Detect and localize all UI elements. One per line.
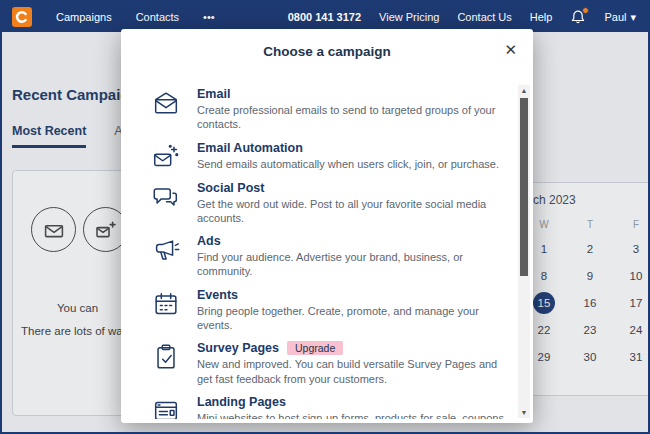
app-window: Campaigns Contacts ••• 0800 141 3172 Vie… <box>0 0 650 434</box>
list-item-email[interactable]: Email Create professional emails to send… <box>151 87 509 132</box>
chevron-down-icon: ▾ <box>630 11 636 24</box>
nav-contact-us[interactable]: Contact Us <box>457 11 511 23</box>
item-description: Bring people together. Create, promote, … <box>197 304 509 333</box>
events-icon <box>151 288 183 333</box>
item-description: New and improved. You can build versatil… <box>197 357 509 386</box>
c-swirl-icon <box>14 9 30 25</box>
support-phone-number: 0800 141 3172 <box>288 11 361 23</box>
campaign-type-list: Email Create professional emails to send… <box>121 87 515 419</box>
notification-badge <box>582 7 589 14</box>
list-item-survey-pages[interactable]: Survey PagesUpgrade New and improved. Yo… <box>151 341 509 386</box>
nav-help[interactable]: Help <box>530 11 553 23</box>
item-description: Mini websites to host sign-up forms, pro… <box>197 411 509 419</box>
ads-icon <box>151 234 183 279</box>
modal-scrollbar[interactable]: ▲ ▼ <box>518 85 530 418</box>
modal-title: Choose a campaign <box>121 29 533 59</box>
list-item-social-post[interactable]: Social Post Get the word out wide. Post … <box>151 181 509 226</box>
list-item-ads[interactable]: Ads Find your audience. Advertise your b… <box>151 234 509 279</box>
item-title: Email <box>197 87 509 101</box>
email-automation-icon <box>151 141 183 172</box>
nav-campaigns[interactable]: Campaigns <box>56 11 112 23</box>
notifications-bell-icon[interactable] <box>570 9 586 25</box>
item-title: Landing Pages <box>197 395 509 409</box>
close-icon[interactable]: ✕ <box>502 40 519 59</box>
scroll-up-icon[interactable]: ▲ <box>518 85 530 96</box>
item-title: Events <box>197 288 509 302</box>
nav-contacts[interactable]: Contacts <box>136 11 179 23</box>
upgrade-badge: Upgrade <box>287 341 343 355</box>
item-title: Ads <box>197 234 509 248</box>
social-post-icon <box>151 181 183 226</box>
item-title: Email Automation <box>197 141 499 155</box>
item-description: Find your audience. Advertise your brand… <box>197 250 509 279</box>
list-item-landing-pages[interactable]: Landing Pages Mini websites to host sign… <box>151 395 509 419</box>
list-item-email-automation[interactable]: Email Automation Send emails automatical… <box>151 141 509 172</box>
item-description: Create professional emails to send to ta… <box>197 103 509 132</box>
list-item-events[interactable]: Events Bring people together. Create, pr… <box>151 288 509 333</box>
landing-pages-icon <box>151 395 183 419</box>
email-icon <box>151 87 183 132</box>
item-description: Send emails automatically when users cli… <box>197 157 499 171</box>
item-description: Get the word out wide. Post to all your … <box>197 197 509 226</box>
scrollbar-thumb[interactable] <box>520 98 528 276</box>
survey-pages-icon <box>151 341 183 386</box>
nav-view-pricing[interactable]: View Pricing <box>379 11 439 23</box>
nav-more-menu[interactable]: ••• <box>203 11 215 23</box>
user-menu[interactable]: Paul ▾ <box>604 11 636 24</box>
top-navbar: Campaigns Contacts ••• 0800 141 3172 Vie… <box>2 2 648 32</box>
item-title: Survey PagesUpgrade <box>197 341 509 355</box>
user-name: Paul <box>604 11 626 23</box>
choose-campaign-modal: Choose a campaign ✕ Email Create profess… <box>121 29 533 423</box>
brand-logo-icon[interactable] <box>12 7 32 27</box>
item-title: Social Post <box>197 181 509 195</box>
scroll-down-icon[interactable]: ▼ <box>518 407 530 418</box>
